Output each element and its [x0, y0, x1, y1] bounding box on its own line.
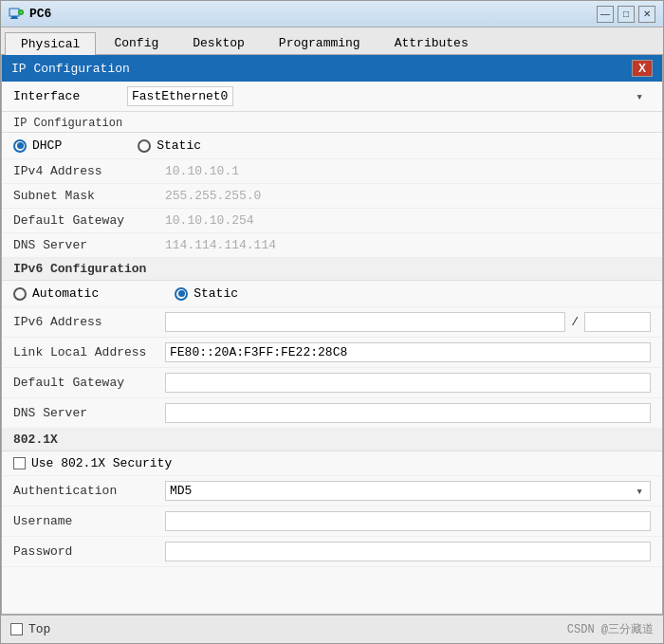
interface-row: Interface FastEthernet0: [2, 82, 662, 112]
dot1x-section-title: 802.1X: [13, 432, 58, 447]
dhcp-radio[interactable]: DHCP: [13, 138, 62, 153]
password-input[interactable]: [165, 542, 651, 561]
ip-config-header: IP Configuration X: [2, 55, 662, 82]
title-bar-left: PC6: [9, 7, 51, 22]
ipv6-address-label: IPv6 Address: [13, 315, 165, 329]
password-label: Password: [13, 544, 165, 559]
title-controls: — □ ✕: [597, 6, 655, 23]
use-security-checkbox[interactable]: [13, 457, 26, 469]
bottom-left: Top: [10, 622, 50, 636]
dns-server-label: DNS Server: [13, 238, 165, 252]
username-input[interactable]: [165, 511, 651, 531]
default-gateway-row: Default Gateway 10.10.10.254: [2, 209, 662, 233]
tab-desktop[interactable]: Desktop: [176, 31, 261, 54]
pc-icon: [9, 7, 24, 22]
use-security-row: Use 802.1X Security: [2, 451, 662, 476]
ipv6-gateway-input[interactable]: [165, 373, 651, 393]
ipv6-section-title-row: IPv6 Configuration: [2, 258, 662, 281]
static-ipv6-label: Static: [194, 286, 238, 301]
ipv6-prefix-input[interactable]: [584, 312, 651, 332]
tab-programming[interactable]: Programming: [263, 31, 377, 54]
interface-select[interactable]: FastEthernet0: [127, 86, 233, 106]
authentication-row: Authentication MD5: [2, 476, 662, 506]
static-label: Static: [157, 138, 201, 153]
dhcp-radio-circle: [13, 139, 27, 153]
ipv4-address-label: IPv4 Address: [13, 164, 165, 178]
ipv6-dns-input[interactable]: [165, 403, 651, 423]
ipv6-address-row: IPv6 Address /: [2, 307, 662, 338]
content-area: IP Configuration X Interface FastEtherne…: [1, 55, 663, 615]
authentication-select[interactable]: MD5: [165, 481, 651, 501]
ipv6-dns-row: DNS Server: [2, 398, 662, 429]
subnet-mask-value: 255.255.255.0: [165, 189, 651, 203]
svg-point-4: [20, 10, 23, 13]
dns-server-value: 114.114.114.114: [165, 238, 651, 252]
bottom-bar: Top CSDN @三分藏道: [1, 615, 663, 643]
tab-physical[interactable]: Physical: [5, 32, 96, 55]
interface-select-wrapper: FastEthernet0: [127, 86, 651, 106]
ipv6-radio-row: Automatic Static: [2, 281, 662, 307]
dhcp-label: DHCP: [32, 138, 62, 153]
use-security-label: Use 802.1X Security: [31, 456, 172, 470]
tab-attributes[interactable]: Attributes: [378, 31, 485, 54]
ipv4-radio-row: DHCP Static: [2, 133, 662, 159]
watermark: CSDN @三分藏道: [567, 621, 654, 637]
ipv6-address-input[interactable]: [165, 312, 565, 332]
auth-select-wrapper: MD5: [165, 481, 651, 501]
main-window: PC6 — □ ✕ Physical Config Desktop Progra…: [0, 0, 664, 644]
automatic-radio[interactable]: Automatic: [13, 286, 99, 301]
link-local-row: Link Local Address: [2, 338, 662, 368]
ipv6-gateway-label: Default Gateway: [13, 376, 165, 390]
maximize-button[interactable]: □: [618, 6, 635, 23]
ip-config-title: IP Configuration: [11, 62, 130, 76]
top-checkbox[interactable]: [10, 623, 23, 635]
tab-bar: Physical Config Desktop Programming Attr…: [1, 28, 663, 55]
title-bar: PC6 — □ ✕: [1, 1, 663, 28]
svg-rect-0: [9, 9, 19, 16]
password-row: Password: [2, 537, 662, 567]
static-ipv6-radio[interactable]: Static: [175, 286, 238, 301]
authentication-label: Authentication: [13, 484, 165, 498]
ipv4-section-title-row: IP Configuration: [2, 112, 662, 133]
ip-config-close-button[interactable]: X: [632, 60, 653, 77]
ipv4-address-value: 10.10.10.1: [165, 164, 651, 178]
window-title: PC6: [29, 7, 51, 21]
dot1x-section-row: 802.1X: [2, 429, 662, 451]
static-radio[interactable]: Static: [138, 138, 201, 153]
svg-rect-2: [10, 18, 18, 19]
ipv6-dns-label: DNS Server: [13, 406, 165, 420]
ipv4-section-title: IP Configuration: [13, 117, 122, 130]
ipv6-slash: /: [565, 315, 584, 329]
default-gateway-value: 10.10.10.254: [165, 213, 651, 228]
minimize-button[interactable]: —: [597, 6, 614, 23]
username-row: Username: [2, 506, 662, 537]
window-close-button[interactable]: ✕: [638, 6, 655, 23]
automatic-radio-circle: [13, 287, 27, 301]
ipv4-address-row: IPv4 Address 10.10.10.1: [2, 159, 662, 184]
static-radio-circle: [138, 139, 151, 153]
static-ipv6-radio-circle: [175, 287, 188, 301]
top-label: Top: [28, 622, 50, 636]
ipv6-section-title: IPv6 Configuration: [13, 262, 146, 276]
tab-config[interactable]: Config: [98, 31, 175, 54]
subnet-mask-label: Subnet Mask: [13, 189, 165, 203]
subnet-mask-row: Subnet Mask 255.255.255.0: [2, 184, 662, 209]
link-local-input[interactable]: [165, 342, 651, 362]
svg-rect-1: [11, 16, 17, 18]
username-label: Username: [13, 514, 165, 528]
automatic-label: Automatic: [32, 286, 99, 301]
interface-label: Interface: [13, 89, 127, 103]
dns-server-row: DNS Server 114.114.114.114: [2, 233, 662, 258]
ipv6-gateway-row: Default Gateway: [2, 368, 662, 398]
link-local-label: Link Local Address: [13, 345, 165, 359]
default-gateway-label: Default Gateway: [13, 213, 165, 228]
